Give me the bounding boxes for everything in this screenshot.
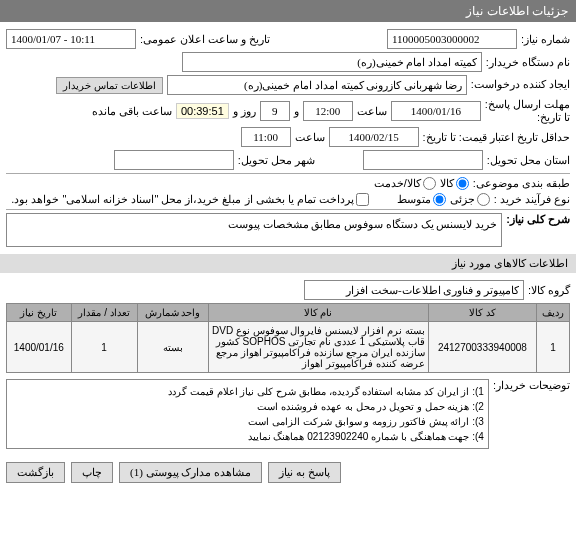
buyer-label: نام دستگاه خریدار: [486,56,570,69]
need-no-label: شماره نیاز: [521,33,570,46]
respond-button[interactable]: پاسخ به نیاز [268,462,341,483]
explain-box: 1): از ایران کد مشابه استفاده گردیده، مط… [6,379,489,449]
cell-qty: 1 [71,322,137,373]
medium-radio[interactable]: متوسط [397,193,446,206]
and-label: و [294,105,299,118]
cell-row: 1 [537,322,570,373]
cell-name: بسته نرم افزار لایسنس فایروال سوفوس نوع … [208,322,428,373]
validity-hour-field [241,127,291,147]
hour-label-1: ساعت [357,105,387,118]
need-no-field [387,29,517,49]
print-button[interactable]: چاپ [71,462,113,483]
group-field [304,280,524,300]
city-label: شهر محل تحویل: [238,154,315,167]
hour-label-2: ساعت [295,131,325,144]
service-radio[interactable]: کالا/خدمت [374,177,436,190]
buyer-field [182,52,482,72]
process-label: نوع فرآیند خرید : [494,193,570,206]
deadline-label: مهلت ارسال پاسخ:تا تاریخ: [485,98,570,124]
desc-label: شرح کلی نیاز: [506,213,570,226]
explain-label: توضیحات خریدار: [493,379,570,392]
creator-field [167,75,467,95]
cell-unit: بسته [137,322,208,373]
th-name: نام کالا [208,304,428,322]
group-label: گروه کالا: [528,284,570,297]
explain-line-2: 2): هزینه حمل و تحویل در محل به عهده فرو… [11,399,484,414]
province-label: استان محل تحویل: [487,154,570,167]
deadline-hour-field [303,101,353,121]
cell-code: 2412700333940008 [428,322,537,373]
cell-date: 1400/01/16 [7,322,72,373]
goods-section-title: اطلاعات کالاهای مورد نیاز [0,254,576,273]
explain-line-3: 3): ارائه پیش فاکتور رزومه و سوابق شرکت … [11,414,484,429]
ann-date-field [6,29,136,49]
ann-date-label: تاریخ و ساعت اعلان عمومی: [140,33,270,46]
province-field [363,150,483,170]
days-remain-field [260,101,290,121]
th-row: ردیف [537,304,570,322]
contact-buyer-button[interactable]: اطلاعات تماس خریدار [56,77,163,94]
validity-date-field [329,127,419,147]
page-title: جزئیات اطلاعات نیاز [0,0,576,22]
th-qty: تعداد / مقدار [71,304,137,322]
small-radio[interactable]: جزئی [450,193,490,206]
city-field [114,150,234,170]
deadline-date-field [391,101,481,121]
explain-line-1: 1): از ایران کد مشابه استفاده گردیده، مط… [11,384,484,399]
goods-radio[interactable]: کالا [440,177,469,190]
explain-line-4: 4): جهت هماهنگی با شماره 02123902240 هما… [11,429,484,444]
back-button[interactable]: بازگشت [6,462,65,483]
day-label: روز و [233,105,256,118]
th-code: کد کالا [428,304,537,322]
desc-field [6,213,502,247]
table-row: 1 2412700333940008 بسته نرم افزار لایسنس… [7,322,570,373]
validity-label: حداقل تاریخ اعتبار قیمت: تا تاریخ: [423,131,570,144]
th-date: تاریخ نیاز [7,304,72,322]
payment-checkbox[interactable]: پرداخت تمام یا بخشی از مبلغ خرید،از محل … [11,193,369,206]
th-unit: واحد شمارش [137,304,208,322]
remain-label: ساعت باقی مانده [92,105,172,118]
creator-label: ایجاد کننده درخواست: [471,78,570,91]
time-remaining: 00:39:51 [176,103,229,119]
budget-label: طبقه بندی موضوعی: [473,177,570,190]
attachments-button[interactable]: مشاهده مدارک پیوستی (1) [119,462,262,483]
goods-table: ردیف کد کالا نام کالا واحد شمارش تعداد /… [6,303,570,373]
